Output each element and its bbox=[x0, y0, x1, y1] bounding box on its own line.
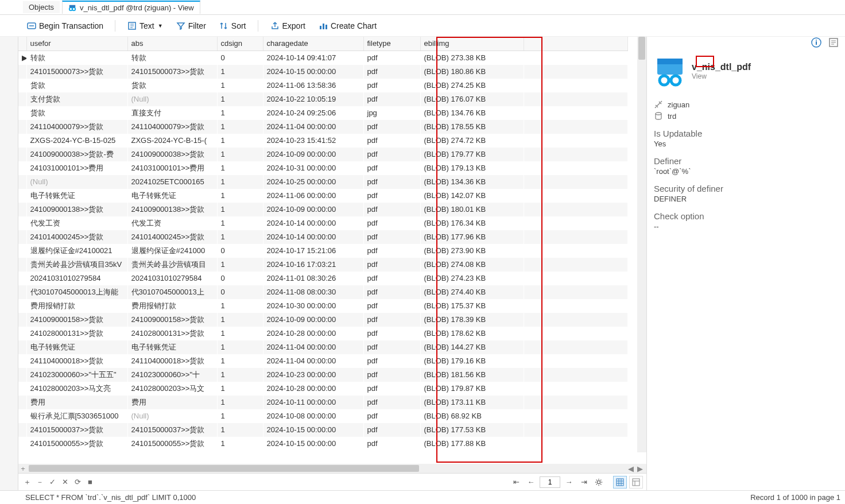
table-row[interactable]: 贵州关岭县沙营镇项目35kV贵州关岭县沙营镇项目12024-10-16 17:0… bbox=[18, 258, 628, 272]
text-caret-icon: ▼ bbox=[158, 23, 163, 29]
table-row[interactable]: 电子转账凭证电子转账凭证12024-11-04 00:00:00pdf(BLOB… bbox=[18, 340, 628, 354]
first-page-button[interactable]: ⇤ bbox=[510, 476, 522, 489]
table-row[interactable]: 241015000037>>货款241015000037>>货款12024-10… bbox=[18, 423, 628, 437]
svg-point-18 bbox=[671, 76, 680, 85]
horizontal-scrollbar[interactable]: + ◀▶ bbox=[18, 464, 646, 473]
security-label: Security of definer bbox=[654, 184, 838, 193]
view-icon bbox=[68, 4, 76, 12]
info-icon[interactable] bbox=[811, 37, 822, 48]
create-chart-button[interactable]: Create Chart bbox=[315, 18, 380, 33]
tab-view[interactable]: v_nis_dtl_pdf @trd (ziguan) - View bbox=[62, 1, 200, 14]
grid-view-button[interactable] bbox=[613, 476, 627, 489]
scroll-right-icon[interactable]: ▶ bbox=[636, 464, 644, 473]
filter-icon bbox=[176, 21, 186, 31]
toolbar: Begin Transaction Text▼ Filter Sort Expo… bbox=[0, 15, 845, 37]
connection-name: ziguan bbox=[668, 100, 689, 109]
begin-transaction-button[interactable]: Begin Transaction bbox=[23, 18, 107, 33]
add-tab-icon[interactable]: + bbox=[18, 464, 28, 473]
object-title: v_nis_dtl_pdf bbox=[692, 62, 751, 72]
export-icon bbox=[270, 21, 280, 31]
table-row[interactable]: (Null)20241025ETC00016512024-10-25 00:00… bbox=[18, 175, 628, 189]
col-header-usefor[interactable]: usefor bbox=[26, 37, 127, 51]
last-page-button[interactable]: ⇥ bbox=[577, 476, 590, 489]
chart-icon bbox=[318, 21, 328, 31]
check-option-label: Check option bbox=[654, 211, 838, 221]
status-bar: SELECT * FROM `trd`.`v_nis_dtl_pdf` LIMI… bbox=[0, 490, 845, 504]
stop-button[interactable]: ■ bbox=[85, 477, 95, 487]
export-button[interactable]: Export bbox=[266, 18, 309, 33]
sort-button[interactable]: Sort bbox=[215, 18, 250, 33]
form-view-button[interactable] bbox=[629, 476, 643, 489]
database-icon bbox=[654, 111, 663, 121]
table-row[interactable]: 电子转账凭证电子转账凭证12024-11-06 00:00:00pdf(BLOB… bbox=[18, 189, 628, 203]
text-icon bbox=[127, 21, 137, 31]
table-row[interactable]: 241009000138>>货款241009000138>>货款12024-10… bbox=[18, 203, 628, 216]
table-row[interactable]: 241015000055>>货款241015000055>>货款12024-10… bbox=[18, 437, 628, 451]
refresh-button[interactable]: ⟳ bbox=[72, 477, 83, 487]
table-row[interactable]: 241015000073>>货款241015000073>>货款12024-10… bbox=[18, 65, 628, 79]
editor-tabs: Objects v_nis_dtl_pdf @trd (ziguan) - Vi… bbox=[0, 0, 845, 15]
database-name: trd bbox=[668, 112, 676, 121]
grid-bottom-controls: ＋ － ✓ ✕ ⟳ ■ ⇤ ← → ⇥ bbox=[18, 473, 646, 490]
col-header-ebillimg[interactable]: ebillimg bbox=[420, 37, 524, 51]
ddl-icon[interactable] bbox=[828, 37, 839, 48]
check-option-value: -- bbox=[654, 222, 838, 231]
vertical-scrollbar[interactable] bbox=[637, 37, 646, 452]
settings-button[interactable] bbox=[592, 476, 605, 489]
svg-rect-6 bbox=[323, 24, 324, 29]
col-header-abs[interactable]: abs bbox=[127, 37, 217, 51]
scroll-left-icon[interactable]: ◀ bbox=[627, 464, 635, 473]
table-row[interactable]: 241014000245>>货款241014000245>>货款12024-10… bbox=[18, 230, 628, 244]
svg-point-17 bbox=[660, 76, 669, 85]
table-row[interactable]: 241028000131>>货款241028000131>>货款12024-10… bbox=[18, 327, 628, 340]
table-row[interactable]: 费用费用12024-10-11 00:00:00pdf(BLOB) 173.11… bbox=[18, 396, 628, 409]
table-row[interactable]: ▶转款转款02024-10-14 09:41:07pdf(BLOB) 273.3… bbox=[18, 51, 628, 65]
filter-button[interactable]: Filter bbox=[172, 18, 210, 33]
page-input[interactable] bbox=[540, 476, 560, 488]
delete-row-button[interactable]: － bbox=[34, 477, 45, 487]
table-row[interactable]: 202410310102795842024103101027958402024-… bbox=[18, 272, 628, 285]
table-row[interactable]: 货款直接支付12024-10-24 09:25:06jpg(BLOB) 134.… bbox=[18, 106, 628, 120]
next-page-button[interactable]: → bbox=[563, 476, 575, 489]
table-row[interactable]: 退履约保证金#24100021退履约保证金#24100002024-10-17 … bbox=[18, 244, 628, 258]
table-row[interactable]: 241104000079>>货款241104000079>>货款12024-11… bbox=[18, 120, 628, 134]
text-button[interactable]: Text▼ bbox=[123, 18, 166, 33]
col-header-filetype[interactable]: filetype bbox=[363, 37, 420, 51]
security-value: DEFINER bbox=[654, 195, 838, 203]
svg-point-19 bbox=[656, 113, 661, 115]
commit-button[interactable]: ✓ bbox=[47, 477, 57, 487]
table-row[interactable]: 241031000101>>费用241031000101>>费用12024-10… bbox=[18, 161, 628, 175]
svg-rect-13 bbox=[816, 41, 817, 45]
view-large-icon bbox=[654, 55, 686, 87]
table-row[interactable]: 费用报销打款费用报销打款12024-10-30 00:00:00pdf(BLOB… bbox=[18, 299, 628, 313]
table-row[interactable]: 241028000203>>马文亮241028000203>>马文12024-1… bbox=[18, 382, 628, 396]
record-status: Record 1 of 1000 in page 1 bbox=[750, 493, 840, 502]
cancel-button[interactable]: ✕ bbox=[60, 477, 70, 487]
svg-rect-10 bbox=[633, 479, 639, 486]
table-row[interactable]: 241104000018>>货款241104000018>>货款12024-11… bbox=[18, 354, 628, 368]
data-grid[interactable]: useforabscdsigncharagedatefiletypeebilli… bbox=[18, 37, 628, 451]
add-row-button[interactable]: ＋ bbox=[22, 477, 32, 487]
col-header-charagedate[interactable]: charagedate bbox=[263, 37, 363, 51]
tab-objects[interactable]: Objects bbox=[23, 1, 60, 13]
table-row[interactable]: 支付货款(Null)12024-10-22 10:05:19pdf(BLOB) … bbox=[18, 92, 628, 106]
table-row[interactable]: 241023000060>>"十五五"241023000060>>"十12024… bbox=[18, 368, 628, 382]
table-row[interactable]: ZXGS-2024-YC-B-15-025ZXGS-2024-YC-B-15-(… bbox=[18, 134, 628, 148]
table-row[interactable]: 241009000038>>货款-费241009000038>>货款12024-… bbox=[18, 148, 628, 161]
table-row[interactable]: 代30107045000013上海能代30107045000013上02024-… bbox=[18, 285, 628, 299]
table-row[interactable]: 241009000158>>货款241009000158>>货款12024-10… bbox=[18, 313, 628, 327]
table-row[interactable]: 代发工资代发工资12024-10-14 00:00:00pdf(BLOB) 17… bbox=[18, 216, 628, 230]
is-updatable-label: Is Updatable bbox=[654, 129, 838, 138]
svg-rect-5 bbox=[320, 26, 321, 29]
left-gutter bbox=[0, 37, 18, 490]
col-header-cdsign[interactable]: cdsign bbox=[217, 37, 263, 51]
is-updatable-value: Yes bbox=[654, 139, 838, 148]
svg-rect-2 bbox=[69, 5, 76, 7]
transaction-icon bbox=[26, 21, 37, 31]
prev-page-button[interactable]: ← bbox=[525, 476, 537, 489]
svg-rect-7 bbox=[325, 25, 327, 29]
svg-rect-16 bbox=[657, 59, 683, 64]
definer-label: Definer bbox=[654, 156, 838, 166]
table-row[interactable]: 银行承兑汇票[5303651000(Null)12024-10-08 00:00… bbox=[18, 409, 628, 423]
table-row[interactable]: 货款货款12024-11-06 13:58:36pdf(BLOB) 274.25… bbox=[18, 79, 628, 92]
